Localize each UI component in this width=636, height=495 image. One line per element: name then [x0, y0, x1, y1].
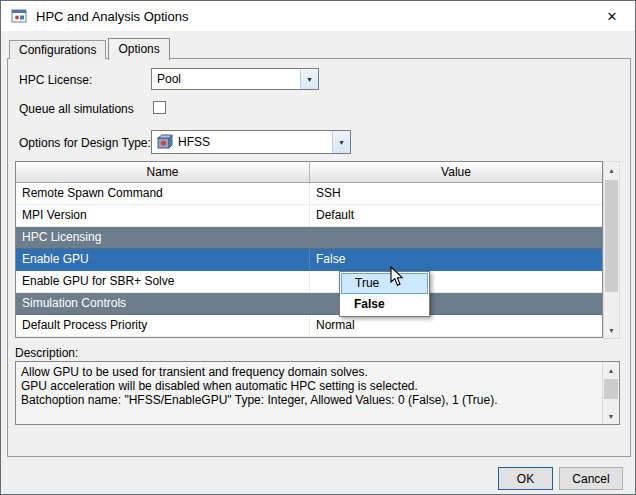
dropdown-option-false[interactable]: False	[341, 294, 428, 315]
table-section-row: Simulation Controls	[16, 293, 602, 315]
row-value[interactable]: SSH	[310, 183, 602, 204]
scroll-up-button[interactable]: ▲	[604, 162, 619, 178]
hpc-license-label: HPC License:	[19, 73, 92, 87]
queue-simulations-label: Queue all simulations	[19, 102, 134, 116]
scrollbar-thumb[interactable]	[604, 379, 618, 399]
section-title: HPC Licensing	[16, 227, 602, 248]
table-section-row: HPC Licensing	[16, 227, 602, 249]
chevron-down-icon[interactable]: ▼	[300, 69, 318, 89]
row-name: Remote Spawn Command	[16, 183, 310, 204]
design-type-label: Options for Design Type:	[19, 136, 151, 150]
description-label: Description:	[15, 346, 78, 360]
row-name: MPI Version	[16, 205, 310, 226]
tab-options[interactable]: Options	[108, 38, 169, 60]
close-button[interactable]: ✕	[589, 1, 635, 31]
table-row[interactable]: Enable GPU for SBR+ Solve	[16, 271, 602, 293]
options-grid: Name Value Remote Spawn Command SSH MPI …	[15, 161, 603, 338]
design-type-combobox[interactable]: HFSS ▼	[151, 130, 351, 154]
scrollbar-track[interactable]	[603, 378, 619, 408]
scroll-down-button[interactable]: ▼	[603, 408, 619, 424]
table-scrollbar[interactable]: ▲ ▼	[603, 161, 620, 339]
arrow-up-icon: ▲	[608, 167, 615, 174]
ok-button[interactable]: OK	[498, 467, 553, 490]
dropdown-option-true[interactable]: True	[341, 273, 428, 294]
table-row[interactable]: Default Process Priority Normal	[16, 315, 602, 337]
tab-bar: Configurations Options	[9, 38, 172, 59]
hfss-icon	[157, 134, 173, 150]
window-title: HPC and Analysis Options	[36, 9, 188, 24]
scrollbar-thumb[interactable]	[605, 180, 618, 292]
mouse-cursor	[390, 266, 404, 290]
grid-header: Name Value	[16, 162, 602, 183]
scrollbar-track[interactable]	[604, 178, 619, 322]
close-icon: ✕	[607, 9, 618, 24]
chevron-down-icon[interactable]: ▼	[332, 131, 350, 153]
queue-simulations-checkbox[interactable]	[153, 101, 166, 114]
arrow-down-icon: ▼	[608, 327, 615, 334]
row-value[interactable]: False	[310, 249, 602, 270]
hpc-analysis-options-dialog: HPC and Analysis Options ✕ Configuration…	[0, 0, 636, 495]
design-type-value: HFSS	[178, 135, 210, 149]
column-header-name: Name	[16, 162, 310, 182]
cancel-button[interactable]: Cancel	[559, 467, 623, 490]
scroll-up-button[interactable]: ▲	[603, 362, 619, 378]
column-header-value: Value	[310, 162, 602, 182]
tab-configurations[interactable]: Configurations	[9, 40, 106, 59]
table-row[interactable]: Remote Spawn Command SSH	[16, 183, 602, 205]
table-row-selected[interactable]: Enable GPU False	[16, 249, 602, 271]
row-name: Enable GPU for SBR+ Solve	[16, 271, 310, 292]
titlebar: HPC and Analysis Options ✕	[1, 1, 635, 31]
description-line: Allow GPU to be used for transient and f…	[21, 365, 597, 379]
value-dropdown-popup: True False	[339, 271, 430, 317]
row-value[interactable]: Normal	[310, 315, 602, 336]
description-line: GPU acceleration will be disabled when a…	[21, 379, 597, 393]
arrow-down-icon: ▼	[608, 413, 615, 420]
description-scrollbar[interactable]: ▲ ▼	[602, 362, 619, 424]
arrow-up-icon: ▲	[608, 367, 615, 374]
row-value[interactable]: Default	[310, 205, 602, 226]
description-text: Allow GPU to be used for transient and f…	[16, 362, 619, 410]
description-line: Batchoption name: "HFSS/EnableGPU" Type:…	[21, 393, 597, 407]
app-icon	[11, 8, 27, 24]
section-title: Simulation Controls	[16, 293, 602, 314]
row-name: Default Process Priority	[16, 315, 310, 336]
hpc-license-combobox[interactable]: Pool ▼	[151, 68, 319, 90]
table-row[interactable]: MPI Version Default	[16, 205, 602, 227]
row-name: Enable GPU	[16, 249, 310, 270]
hpc-license-value: Pool	[157, 72, 181, 86]
scroll-down-button[interactable]: ▼	[604, 322, 619, 338]
description-box: Allow GPU to be used for transient and f…	[15, 361, 620, 425]
